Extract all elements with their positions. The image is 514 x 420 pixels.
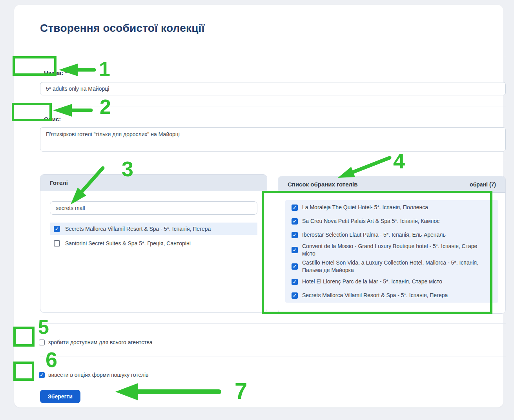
list-item[interactable]: ✓ Sa Creu Nova Petit Palais Art & Spa 5*… — [285, 214, 498, 228]
hotel-label: Castillo Hotel Son Vida, a Luxury Collec… — [302, 259, 490, 274]
list-item[interactable]: ✓ Secrets Mallorca Villamil Resort & Spa… — [50, 223, 257, 235]
divider — [40, 160, 506, 160]
hotel-checkbox[interactable]: ✓ — [292, 263, 298, 270]
checkmark-icon: ✓ — [55, 226, 59, 231]
checkmark-icon: ✓ — [40, 373, 44, 377]
hotel-label: Secrets Mallorca Villamil Resort & Spa -… — [302, 292, 448, 299]
hotel-checkbox[interactable]: ✓ — [292, 279, 298, 285]
checkmark-icon: ✓ — [293, 293, 297, 298]
list-item[interactable]: ✓ Castillo Hotel Son Vida, a Luxury Coll… — [285, 258, 498, 275]
hotel-label: Santorini Secret Suites & Spa 5*. Греція… — [65, 240, 191, 247]
option-search-form-row[interactable]: ✓ вивести в опціях форми пошуку готелів — [39, 372, 149, 378]
hotels-panel-header: Готелі — [40, 175, 267, 191]
description-label: Опис: — [44, 116, 61, 122]
checkmark-icon: ✓ — [293, 248, 297, 252]
name-label: Назва: * — [44, 69, 67, 76]
hotels-panel-body: ✓ Secrets Mallorca Villamil Resort & Spa… — [40, 191, 267, 249]
hotel-checkbox[interactable]: ✓ — [292, 292, 298, 299]
hotels-search-panel: Готелі ✓ Secrets Mallorca Villamil Resor… — [40, 174, 267, 313]
checkmark-icon: ✓ — [293, 219, 297, 224]
hotel-checkbox[interactable]: ✓ — [292, 232, 298, 238]
selected-panel-title: Список обраних готелів — [288, 181, 357, 188]
hotel-search-results: ✓ Secrets Mallorca Villamil Resort & Spa… — [50, 223, 257, 249]
hotel-checkbox[interactable]: ✓ — [292, 218, 298, 225]
hotel-checkbox[interactable]: ✓ — [54, 226, 60, 232]
checkmark-icon: ✓ — [293, 233, 297, 237]
selected-hotels-list: ✓ La Moraleja The Quiet Hotel- 5*. Іспан… — [285, 200, 498, 303]
description-textarea[interactable]: П'ятизіркові готелі "тільки для дорослих… — [40, 127, 506, 152]
search-form-option-label: вивести в опціях форми пошуку готелів — [48, 372, 149, 378]
hotel-label: Sa Creu Nova Petit Palais Art & Spa 5*. … — [302, 217, 439, 225]
divider — [40, 356, 506, 356]
name-input[interactable] — [40, 82, 506, 95]
hotel-checkbox[interactable]: ✓ — [292, 247, 298, 253]
hotel-label: Convent de la Missio - Grand Luxury Bout… — [302, 243, 490, 257]
hotel-checkbox[interactable]: ✓ — [54, 240, 60, 247]
hotel-label: Iberostar Selection Llaut Palma - 5*. Іс… — [302, 231, 446, 239]
checkmark-icon: ✓ — [293, 264, 297, 269]
divider — [40, 323, 506, 324]
hotel-label: Hotel El Llorenç Parc de la Mar - 5*. Іс… — [302, 278, 442, 285]
list-item[interactable]: ✓ Santorini Secret Suites & Spa 5*. Грец… — [50, 237, 257, 249]
hotel-label: Secrets Mallorca Villamil Resort & Spa -… — [65, 226, 211, 232]
list-item[interactable]: ✓ Hotel El Llorenç Parc de la Mar - 5*. … — [285, 275, 498, 289]
divider — [40, 106, 506, 106]
list-item[interactable]: ✓ Convent de la Missio - Grand Luxury Bo… — [285, 242, 498, 258]
selected-count-badge: обрані (7) — [470, 181, 496, 188]
list-item[interactable]: ✓ Iberostar Selection Llaut Palma - 5*. … — [285, 228, 498, 242]
search-form-checkbox[interactable]: ✓ — [39, 372, 45, 378]
agency-option-label: зробити доступним для всього агентства — [48, 339, 153, 345]
selected-panel-header: Список обраних готелів обрані (7) — [278, 176, 505, 193]
hotel-checkbox[interactable]: ✓ — [292, 205, 298, 211]
checkmark-icon: ✓ — [293, 279, 297, 284]
create-collection-card: Створення особистої колекції Назва: * Оп… — [14, 5, 503, 407]
page-title: Створення особистої колекції — [40, 22, 205, 35]
selected-hotels-panel: Список обраних готелів обрані (7) ✓ La M… — [278, 176, 506, 314]
hotels-panel-title: Готелі — [50, 179, 68, 186]
save-button[interactable]: Зберегти — [40, 390, 80, 403]
hotel-search-input[interactable] — [50, 201, 257, 215]
hotel-label: La Moraleja The Quiet Hotel- 5*. Іспанія… — [302, 204, 428, 211]
option-agency-row[interactable]: ✓ зробити доступним для всього агентства — [39, 339, 153, 345]
divider — [40, 56, 506, 56]
agency-checkbox[interactable]: ✓ — [39, 340, 45, 345]
list-item[interactable]: ✓ La Moraleja The Quiet Hotel- 5*. Іспан… — [285, 201, 498, 214]
list-item[interactable]: ✓ Secrets Mallorca Villamil Resort & Spa… — [285, 289, 498, 302]
checkmark-icon: ✓ — [293, 205, 297, 210]
